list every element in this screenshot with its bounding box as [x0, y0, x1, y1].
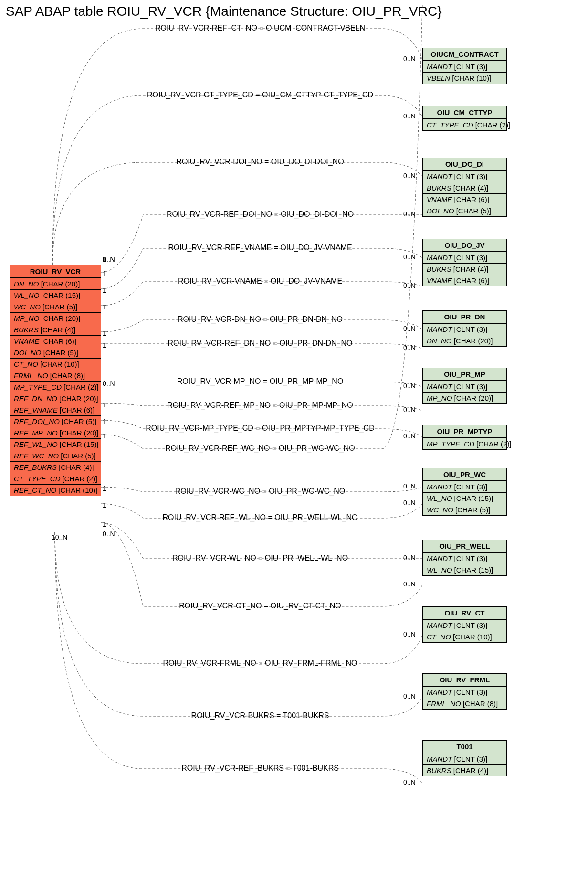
cardinality-target: 0..N [403, 580, 416, 588]
entity-field: WL_NO [CHAR (15)] [10, 289, 101, 301]
relationship-label: ROIU_RV_VCR-DN_NO = OIU_PR_DN-DN_NO [115, 315, 406, 324]
relationship-label: ROIU_RV_VCR-CT_TYPE_CD = OIU_CM_CTTYP-CT… [115, 91, 406, 99]
entity-field: REF_VNAME [CHAR (6)] [10, 404, 101, 415]
entity-field: FRML_NO [CHAR (8)] [10, 370, 101, 381]
entity-OIU_CM_CTTYP: OIU_CM_CTTYPCT_TYPE_CD [CHAR (2)] [422, 106, 507, 131]
cardinality-target: 0..N [403, 325, 416, 332]
relationship-label: ROIU_RV_VCR-BUKRS = T001-BUKRS [115, 711, 406, 720]
cardinality-source: 1 [103, 418, 106, 425]
entity-field: DOI_NO [CHAR (5)] [10, 347, 101, 358]
entity-header: OIU_DO_DI [423, 158, 506, 170]
entity-field: WL_NO [CHAR (15)] [423, 564, 506, 575]
entity-OIU_DO_DI: OIU_DO_DIMANDT [CLNT (3)]BUKRS [CHAR (4)… [422, 158, 507, 217]
entity-field: REF_DOI_NO [CHAR (5)] [10, 415, 101, 427]
entity-field: MP_TYPE_CD [CHAR (2)] [10, 381, 101, 393]
cardinality-target: 0..N [403, 432, 416, 440]
entity-field: MANDT [CLNT (3)] [423, 170, 506, 182]
entity-field: REF_MP_NO [CHAR (20)] [10, 427, 101, 438]
cardinality-source: 1 [103, 501, 106, 509]
entity-field: MP_TYPE_CD [CHAR (2)] [423, 438, 506, 449]
relationship-label: ROIU_RV_VCR-DOI_NO = OIU_DO_DI-DOI_NO [115, 158, 406, 166]
relationship-label: ROIU_RV_VCR-VNAME = OIU_DO_JV-VNAME [115, 277, 406, 286]
relationship-label: ROIU_RV_VCR-CT_NO = OIU_RV_CT-CT_NO [115, 602, 406, 610]
cardinality-source: 1 [103, 485, 106, 492]
entity-header: OIU_PR_WC [423, 468, 506, 481]
entity-header: T001 [423, 741, 506, 753]
entity-field: BUKRS [CHAR (4)] [10, 324, 101, 335]
entity-main: ROIU_RV_VCRDN_NO [CHAR (20)]WL_NO [CHAR … [10, 265, 101, 496]
relationship-label: ROIU_RV_VCR-REF_MP_NO = OIU_PR_MP-MP_NO [115, 401, 406, 410]
cardinality-target: 0..N [403, 482, 416, 490]
entity-header: OIU_PR_MP [423, 368, 506, 381]
relationship-label: ROIU_RV_VCR-MP_TYPE_CD = OIU_PR_MPTYP-MP… [115, 424, 406, 433]
entity-field: REF_DN_NO [CHAR (20)] [10, 393, 101, 404]
cardinality-target: 0..N [403, 692, 416, 700]
relationship-label: ROIU_RV_VCR-REF_VNAME = OIU_DO_JV-VNAME [115, 244, 406, 252]
entity-field: REF_WC_NO [CHAR (5)] [10, 450, 101, 461]
cardinality-target: 0..N [403, 406, 416, 414]
relationship-label: ROIU_RV_VCR-REF_WL_NO = OIU_PR_WELL-WL_N… [115, 513, 406, 522]
cardinality-source: 1 [103, 520, 106, 528]
entity-field: CT_NO [CHAR (10)] [423, 631, 506, 642]
cardinality-target: 0..N [403, 778, 416, 786]
entity-field: DN_NO [CHAR (20)] [10, 278, 101, 289]
entity-field: MP_NO [CHAR (20)] [10, 312, 101, 324]
entity-OIU_RV_FRML: OIU_RV_FRMLMANDT [CLNT (3)]FRML_NO [CHAR… [422, 673, 507, 710]
entity-field: MANDT [CLNT (3)] [423, 61, 506, 72]
entity-field: MANDT [CLNT (3)] [423, 252, 506, 263]
entity-field: BUKRS [CHAR (4)] [423, 182, 506, 193]
relationship-label: ROIU_RV_VCR-REF_DN_NO = OIU_PR_DN-DN_NO [115, 339, 406, 348]
relationship-label: ROIU_RV_VCR-REF_CT_NO = OIUCM_CONTRACT-V… [115, 24, 406, 32]
entity-field: MANDT [CLNT (3)] [423, 753, 506, 764]
cardinality-target: 0..N [403, 344, 416, 351]
entity-field: DOI_NO [CHAR (5)] [423, 205, 506, 216]
entity-OIU_DO_JV: OIU_DO_JVMANDT [CLNT (3)]BUKRS [CHAR (4)… [422, 239, 507, 286]
entity-header: OIU_RV_FRML [423, 674, 506, 686]
cardinality-source: 1 [103, 432, 106, 440]
relationship-label: ROIU_RV_VCR-REF_DOI_NO = OIU_DO_DI-DOI_N… [115, 210, 406, 219]
cardinality-target: 0..N [403, 499, 416, 507]
entity-OIU_PR_MP: OIU_PR_MPMANDT [CLNT (3)]MP_NO [CHAR (20… [422, 368, 507, 404]
entity-field: MANDT [CLNT (3)] [423, 481, 506, 492]
entity-header: ROIU_RV_VCR [10, 265, 101, 278]
cardinality-source: 1 [103, 401, 106, 409]
entity-T001: T001MANDT [CLNT (3)]BUKRS [CHAR (4)] [422, 740, 507, 776]
relationship-label: ROIU_RV_VCR-MP_NO = OIU_PR_MP-MP_NO [115, 377, 406, 386]
entity-header: OIU_PR_DN [423, 311, 506, 323]
relationship-label: ROIU_RV_VCR-WC_NO = OIU_PR_WC-WC_NO [115, 487, 406, 496]
entity-field: FRML_NO [CHAR (8)] [423, 698, 506, 709]
relationship-label: ROIU_RV_VCR-REF_WC_NO = OIU_PR_WC-WC_NO [115, 444, 406, 453]
entity-field: REF_CT_NO [CHAR (10)] [10, 484, 101, 496]
entity-field: DN_NO [CHAR (20)] [423, 335, 506, 346]
entity-field: MANDT [CLNT (3)] [423, 381, 506, 392]
cardinality-target: 0..N [403, 253, 416, 261]
cardinality-target: 0..N [403, 554, 416, 562]
entity-field: MANDT [CLNT (3)] [423, 552, 506, 564]
entity-OIU_PR_WC: OIU_PR_WCMANDT [CLNT (3)]WL_NO [CHAR (15… [422, 468, 507, 516]
cardinality-target: 0..N [403, 630, 416, 638]
cardinality-source: 1 [103, 286, 106, 294]
entity-field: BUKRS [CHAR (4)] [423, 764, 506, 776]
entity-field: VNAME [CHAR (6)] [423, 275, 506, 286]
entity-field: MANDT [CLNT (3)] [423, 686, 506, 698]
entity-field: MANDT [CLNT (3)] [423, 619, 506, 631]
relationship-label: ROIU_RV_VCR-WL_NO = OIU_PR_WELL-WL_NO [115, 554, 406, 562]
cardinality-target: 0..N [403, 382, 416, 390]
entity-field: REF_WL_NO [CHAR (15)] [10, 438, 101, 450]
entity-field: WC_NO [CHAR (5)] [10, 301, 101, 312]
cardinality-source: 1 [103, 329, 106, 337]
entity-header: OIU_PR_WELL [423, 540, 506, 552]
entity-header: OIU_PR_MPTYP [423, 425, 506, 438]
relationship-label: ROIU_RV_VCR-REF_BUKRS = T001-BUKRS [115, 764, 406, 773]
entity-OIU_RV_CT: OIU_RV_CTMANDT [CLNT (3)]CT_NO [CHAR (10… [422, 606, 507, 643]
entity-field: WC_NO [CHAR (5)] [423, 504, 506, 515]
entity-OIU_PR_MPTYP: OIU_PR_MPTYPMP_TYPE_CD [CHAR (2)] [422, 425, 507, 450]
entity-header: OIU_DO_JV [423, 239, 506, 252]
entity-OIU_PR_DN: OIU_PR_DNMANDT [CLNT (3)]DN_NO [CHAR (20… [422, 310, 507, 347]
cardinality-target: 0..N [403, 172, 416, 180]
cardinality-target: 0..N [403, 210, 416, 218]
entity-field: VBELN [CHAR (10)] [423, 72, 506, 84]
cardinality-target: 0..N [403, 55, 416, 63]
entity-field: CT_NO [CHAR (10)] [10, 358, 101, 370]
relationship-label: ROIU_RV_VCR-FRML_NO = OIU_RV_FRML-FRML_N… [115, 659, 406, 668]
